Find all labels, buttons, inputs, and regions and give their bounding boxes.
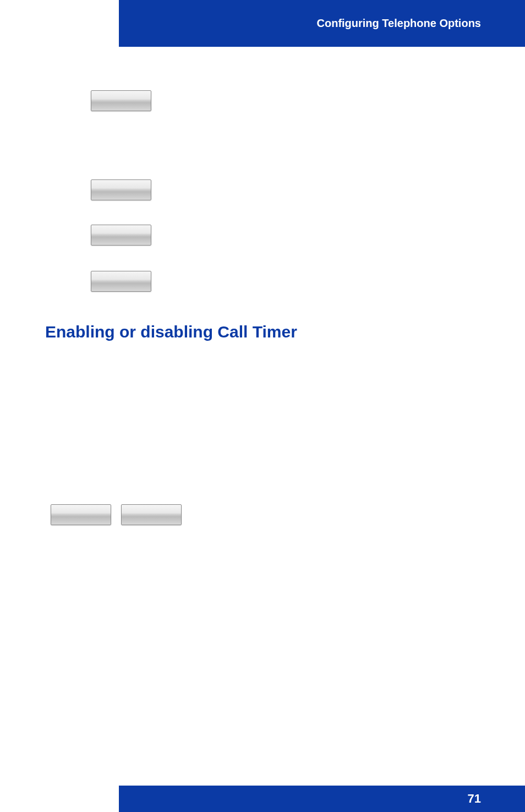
soft-key-button[interactable] <box>51 504 111 525</box>
page-header: Configuring Telephone Options <box>119 0 525 47</box>
soft-key-button[interactable] <box>121 504 182 525</box>
soft-key-button[interactable] <box>91 90 151 111</box>
soft-key-button[interactable] <box>91 271 151 292</box>
page-footer: 71 <box>119 786 525 812</box>
section-heading-call-timer: Enabling or disabling Call Timer <box>45 323 297 341</box>
soft-key-button[interactable] <box>91 225 151 246</box>
header-title: Configuring Telephone Options <box>317 17 482 30</box>
page-number: 71 <box>468 792 481 806</box>
soft-key-button[interactable] <box>91 179 151 200</box>
